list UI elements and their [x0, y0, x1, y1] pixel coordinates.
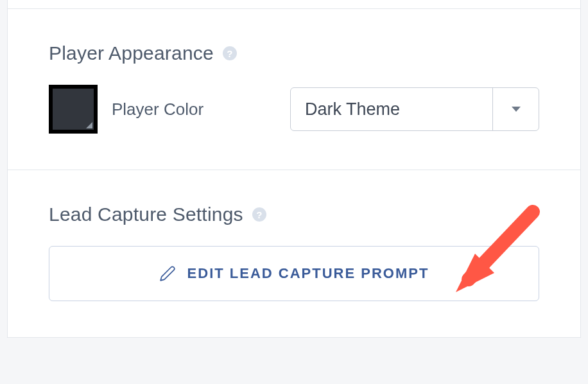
lead-capture-section: Lead Capture Settings ? EDIT LEAD CAPTUR…: [7, 170, 581, 338]
player-appearance-title: Player Appearance: [49, 42, 214, 64]
lead-capture-header: Lead Capture Settings ?: [49, 204, 539, 225]
help-icon[interactable]: ?: [252, 207, 266, 222]
lead-capture-title: Lead Capture Settings: [49, 204, 243, 225]
theme-select-value: Dark Theme: [291, 88, 492, 130]
player-color-row: Player Color Dark Theme: [49, 85, 539, 134]
edit-lead-capture-label: EDIT LEAD CAPTURE PROMPT: [187, 265, 429, 282]
chevron-down-icon: [512, 107, 521, 112]
theme-select-toggle[interactable]: [492, 88, 539, 130]
player-color-swatch[interactable]: [49, 85, 98, 134]
player-color-label: Player Color: [112, 100, 203, 119]
pencil-icon: [159, 265, 176, 282]
theme-select[interactable]: Dark Theme: [290, 87, 539, 131]
edit-lead-capture-button[interactable]: EDIT LEAD CAPTURE PROMPT: [49, 246, 539, 301]
player-appearance-header: Player Appearance ?: [49, 42, 539, 64]
player-appearance-section: Player Appearance ? Player Color Dark Th…: [7, 9, 581, 170]
help-icon[interactable]: ?: [223, 46, 237, 60]
